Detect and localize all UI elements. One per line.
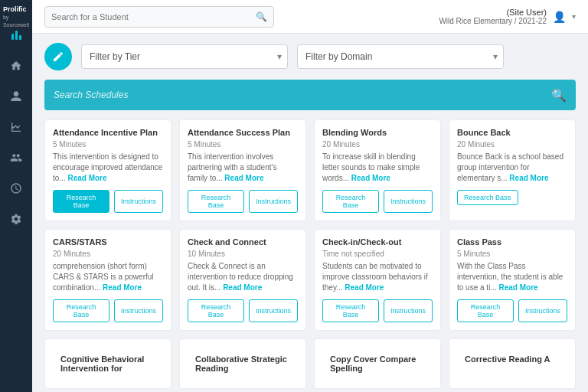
card-item: CARS/STARS 20 Minutes comprehension (sho… (44, 229, 172, 331)
card-buttons: Research BaseInstructions (322, 190, 433, 213)
card-title: Check and Connect (188, 237, 298, 247)
sidebar-item-chart[interactable] (2, 113, 30, 141)
search-input[interactable] (51, 12, 256, 21)
card-buttons: Research BaseInstructions (53, 299, 163, 322)
card-duration: 20 Minutes (322, 140, 433, 149)
read-more-link[interactable]: Read More (103, 283, 142, 292)
read-more-link[interactable]: Read More (345, 283, 384, 292)
card-btn-research-base[interactable]: Research Base (188, 190, 244, 213)
card-buttons: Research BaseInstructions (322, 299, 433, 322)
read-more-link[interactable]: Read More (223, 283, 262, 292)
sidebar-item-home[interactable] (2, 52, 30, 80)
card-title: CARS/STARS (53, 237, 163, 247)
card-title: Blending Words (322, 128, 433, 137)
bar2 (15, 31, 18, 40)
card-btn-research-base[interactable]: Research Base (457, 190, 518, 205)
read-more-link[interactable]: Read More (509, 174, 548, 182)
card-title: Cognitive Behavioral Intervention for (53, 347, 163, 381)
user-school: Wild Rice Elementary / 2021-22 (439, 17, 547, 25)
read-more-link[interactable]: Read More (67, 174, 106, 182)
sidebar-item-settings[interactable] (2, 205, 30, 233)
sidebar: Prolificby Sourcewell (0, 0, 32, 392)
search-box[interactable]: 🔍 (44, 6, 274, 28)
card-desc: Bounce Back is a school based group inte… (457, 152, 567, 184)
card-duration: 5 Minutes (53, 140, 163, 149)
content: Filter by Tier Tier 1 Tier 2 Tier 3 Filt… (32, 34, 588, 392)
card-title: Collaborative Strategic Reading (188, 347, 298, 381)
sidebar-item-person[interactable] (2, 83, 30, 110)
read-more-link[interactable]: Read More (351, 174, 390, 182)
card-duration: 20 Minutes (457, 140, 567, 149)
card-duration: 10 Minutes (188, 250, 298, 258)
topbar: 🔍 (Site User) Wild Rice Elementary / 202… (32, 0, 588, 34)
card-item: Copy Cover Compare Spelling (314, 338, 441, 389)
card-title: Check-in/Check-out (322, 237, 433, 247)
domain-filter-select[interactable]: Filter by Domain Academics Behavior Soci… (297, 44, 504, 69)
read-more-link[interactable]: Read More (498, 283, 537, 292)
cards-grid: Attendance Incentive Plan 5 Minutes This… (44, 119, 576, 389)
tier-filter-wrapper: Filter by Tier Tier 1 Tier 2 Tier 3 (81, 44, 288, 69)
card-item: Check and Connect 10 Minutes Check & Con… (179, 229, 306, 331)
dropdown-icon[interactable]: ▾ (572, 12, 576, 21)
search-schedules-button[interactable]: 🔍 (551, 88, 567, 103)
card-duration: 20 Minutes (53, 250, 163, 258)
user-icon[interactable]: 👤 (553, 11, 566, 23)
card-buttons: Research BaseInstructions (457, 299, 567, 322)
card-title: Attendance Incentive Plan (53, 128, 163, 137)
card-title: Class Pass (457, 237, 567, 247)
bar1 (11, 34, 14, 40)
card-btn-instructions[interactable]: Instructions (518, 299, 567, 322)
card-btn-research-base[interactable]: Research Base (457, 299, 514, 322)
card-btn-instructions[interactable]: Instructions (249, 299, 298, 322)
card-duration: 5 Minutes (188, 140, 298, 149)
main-area: 🔍 (Site User) Wild Rice Elementary / 202… (32, 0, 588, 392)
card-item: Blending Words 20 Minutes To increase sk… (314, 119, 441, 221)
card-desc: With the Class Pass intervention, the st… (457, 261, 567, 293)
card-title: Corrective Reading A (457, 347, 567, 371)
bar3 (19, 35, 21, 40)
card-btn-research-base[interactable]: Research Base (322, 190, 379, 213)
card-item: Collaborative Strategic Reading (179, 338, 306, 389)
tier-filter-select[interactable]: Filter by Tier Tier 1 Tier 2 Tier 3 (81, 44, 288, 69)
card-btn-research-base[interactable]: Research Base (53, 190, 109, 213)
filter-bar: Filter by Tier Tier 1 Tier 2 Tier 3 Filt… (44, 43, 576, 70)
logo-text: Prolificby Sourcewell (3, 6, 29, 29)
card-buttons: Research Base (457, 190, 567, 205)
card-item: Corrective Reading A (449, 338, 576, 389)
card-buttons: Research BaseInstructions (53, 190, 163, 213)
card-item: Attendance Incentive Plan 5 Minutes This… (44, 119, 172, 221)
card-btn-research-base[interactable]: Research Base (53, 299, 109, 322)
card-title: Copy Cover Compare Spelling (322, 347, 433, 381)
sidebar-nav (0, 52, 32, 233)
topbar-right: (Site User) Wild Rice Elementary / 2021-… (439, 8, 576, 25)
card-desc: To increase skill in blending letter sou… (322, 152, 433, 184)
card-desc: This intervention is designed to encoura… (53, 152, 163, 184)
search-schedules-bar: 🔍 (44, 80, 576, 110)
card-desc: Check & Connect is an intervention to re… (188, 261, 298, 293)
read-more-link[interactable]: Read More (224, 174, 263, 182)
card-btn-instructions[interactable]: Instructions (114, 190, 163, 213)
edit-button[interactable] (44, 43, 72, 70)
card-item: Check-in/Check-out Time not specified St… (314, 229, 441, 331)
card-btn-research-base[interactable]: Research Base (322, 299, 379, 322)
user-info: (Site User) Wild Rice Elementary / 2021-… (439, 8, 547, 25)
logo-bars (11, 31, 21, 40)
card-desc: This intervention involves partnering wi… (188, 152, 298, 184)
card-btn-instructions[interactable]: Instructions (384, 190, 433, 213)
card-btn-instructions[interactable]: Instructions (114, 299, 163, 322)
card-buttons: Research BaseInstructions (188, 299, 298, 322)
card-item: Bounce Back 20 Minutes Bounce Back is a … (449, 119, 576, 221)
card-buttons: Research BaseInstructions (188, 190, 298, 213)
card-btn-research-base[interactable]: Research Base (188, 299, 244, 322)
card-btn-instructions[interactable]: Instructions (384, 299, 433, 322)
search-icon: 🔍 (256, 11, 267, 22)
card-desc: comprehension (short form) CARS & STARS … (53, 261, 163, 293)
card-duration: 5 Minutes (457, 250, 567, 258)
logo: Prolificby Sourcewell (0, 0, 32, 46)
card-desc: Students can be motivated to improve cla… (322, 261, 433, 293)
sidebar-item-group[interactable] (2, 144, 30, 172)
sidebar-item-clock[interactable] (2, 175, 30, 202)
search-schedules-input[interactable] (54, 90, 551, 100)
card-item: Attendance Success Plan 5 Minutes This i… (179, 119, 306, 221)
card-btn-instructions[interactable]: Instructions (249, 190, 298, 213)
